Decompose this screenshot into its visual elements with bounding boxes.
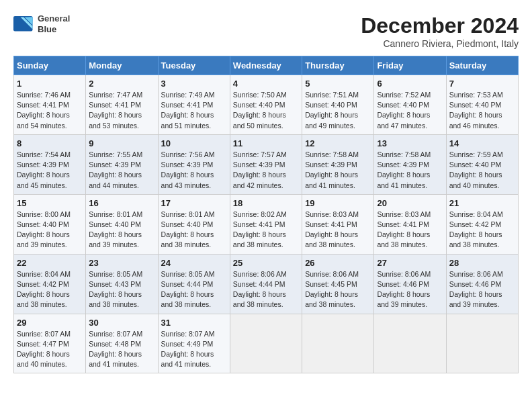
calendar-cell: 9Sunrise: 7:55 AMSunset: 4:39 PMDaylight…: [86, 134, 158, 194]
calendar-cell: [446, 314, 518, 373]
day-info: Sunrise: 8:07 AMSunset: 4:47 PMDaylight:…: [17, 329, 83, 370]
day-info: Sunrise: 7:57 AMSunset: 4:39 PMDaylight:…: [233, 150, 299, 191]
day-info: Sunrise: 8:00 AMSunset: 4:40 PMDaylight:…: [17, 210, 83, 250]
day-number: 13: [377, 138, 443, 148]
month-title: December 2024: [361, 13, 519, 38]
logo-text: General Blue: [38, 13, 70, 34]
calendar-cell: 8Sunrise: 7:54 AMSunset: 4:39 PMDaylight…: [14, 134, 86, 194]
calendar-cell: 25Sunrise: 8:06 AMSunset: 4:44 PMDayligh…: [230, 254, 302, 314]
calendar-cell: 5Sunrise: 7:51 AMSunset: 4:40 PMDaylight…: [302, 75, 374, 135]
calendar-cell: 27Sunrise: 8:06 AMSunset: 4:46 PMDayligh…: [374, 254, 446, 314]
day-info: Sunrise: 8:06 AMSunset: 4:46 PMDaylight:…: [449, 269, 515, 310]
calendar-cell: 14Sunrise: 7:59 AMSunset: 4:40 PMDayligh…: [446, 134, 518, 194]
calendar-cell: 11Sunrise: 7:57 AMSunset: 4:39 PMDayligh…: [230, 134, 302, 194]
day-number: 18: [233, 198, 299, 208]
day-number: 9: [89, 138, 154, 148]
day-info: Sunrise: 7:53 AMSunset: 4:40 PMDaylight:…: [449, 90, 515, 131]
day-info: Sunrise: 8:06 AMSunset: 4:45 PMDaylight:…: [305, 269, 371, 310]
day-number: 30: [89, 318, 154, 328]
day-number: 15: [17, 198, 83, 208]
day-info: Sunrise: 8:01 AMSunset: 4:40 PMDaylight:…: [161, 210, 227, 250]
weekday-header-cell: Monday: [86, 56, 158, 75]
weekday-header-cell: Friday: [374, 56, 446, 75]
day-number: 16: [89, 198, 154, 208]
calendar-cell: 31Sunrise: 8:07 AMSunset: 4:49 PMDayligh…: [158, 314, 230, 373]
day-number: 21: [449, 198, 515, 208]
day-info: Sunrise: 8:02 AMSunset: 4:41 PMDaylight:…: [233, 210, 299, 250]
day-info: Sunrise: 8:07 AMSunset: 4:48 PMDaylight:…: [89, 329, 154, 370]
calendar-cell: [230, 314, 302, 373]
calendar-cell: 7Sunrise: 7:53 AMSunset: 4:40 PMDaylight…: [446, 75, 518, 135]
calendar-week-row: 29Sunrise: 8:07 AMSunset: 4:47 PMDayligh…: [14, 314, 519, 373]
header: General Blue December 2024 Cannero Rivie…: [13, 13, 519, 49]
calendar-cell: 24Sunrise: 8:05 AMSunset: 4:44 PMDayligh…: [158, 254, 230, 314]
weekday-header-cell: Saturday: [446, 56, 518, 75]
logo-line1: General: [38, 13, 70, 24]
calendar-week-row: 22Sunrise: 8:04 AMSunset: 4:42 PMDayligh…: [14, 254, 519, 314]
calendar-cell: 19Sunrise: 8:03 AMSunset: 4:41 PMDayligh…: [302, 194, 374, 254]
calendar-cell: 20Sunrise: 8:03 AMSunset: 4:41 PMDayligh…: [374, 194, 446, 254]
calendar-week-row: 15Sunrise: 8:00 AMSunset: 4:40 PMDayligh…: [14, 194, 519, 254]
location-title: Cannero Riviera, Piedmont, Italy: [361, 38, 519, 49]
day-info: Sunrise: 8:01 AMSunset: 4:40 PMDaylight:…: [89, 210, 154, 250]
day-info: Sunrise: 8:03 AMSunset: 4:41 PMDaylight:…: [305, 210, 371, 250]
day-number: 28: [449, 258, 515, 268]
calendar-cell: 30Sunrise: 8:07 AMSunset: 4:48 PMDayligh…: [86, 314, 158, 373]
calendar-cell: 23Sunrise: 8:05 AMSunset: 4:43 PMDayligh…: [86, 254, 158, 314]
day-info: Sunrise: 8:05 AMSunset: 4:43 PMDaylight:…: [89, 269, 154, 310]
day-info: Sunrise: 8:05 AMSunset: 4:44 PMDaylight:…: [161, 269, 227, 310]
calendar-cell: 21Sunrise: 8:04 AMSunset: 4:42 PMDayligh…: [446, 194, 518, 254]
calendar-cell: [302, 314, 374, 373]
day-number: 22: [17, 258, 83, 268]
calendar-week-row: 8Sunrise: 7:54 AMSunset: 4:39 PMDaylight…: [14, 134, 519, 194]
weekday-header-cell: Sunday: [14, 56, 86, 75]
calendar-cell: 17Sunrise: 8:01 AMSunset: 4:40 PMDayligh…: [158, 194, 230, 254]
calendar-cell: 13Sunrise: 7:58 AMSunset: 4:39 PMDayligh…: [374, 134, 446, 194]
day-number: 19: [305, 198, 371, 208]
day-number: 3: [161, 79, 227, 89]
weekday-header-cell: Thursday: [302, 56, 374, 75]
day-number: 10: [161, 138, 227, 148]
day-info: Sunrise: 7:58 AMSunset: 4:39 PMDaylight:…: [377, 150, 443, 191]
day-info: Sunrise: 8:04 AMSunset: 4:42 PMDaylight:…: [17, 269, 83, 310]
calendar-cell: 6Sunrise: 7:52 AMSunset: 4:40 PMDaylight…: [374, 75, 446, 135]
day-number: 6: [377, 79, 443, 89]
day-number: 12: [305, 138, 371, 148]
day-info: Sunrise: 8:03 AMSunset: 4:41 PMDaylight:…: [377, 210, 443, 250]
day-number: 1: [17, 79, 83, 89]
calendar-body: 1Sunrise: 7:46 AMSunset: 4:41 PMDaylight…: [14, 75, 519, 373]
weekday-header-row: SundayMondayTuesdayWednesdayThursdayFrid…: [14, 56, 519, 75]
calendar-cell: 26Sunrise: 8:06 AMSunset: 4:45 PMDayligh…: [302, 254, 374, 314]
day-number: 2: [89, 79, 154, 89]
title-area: December 2024 Cannero Riviera, Piedmont,…: [361, 13, 519, 49]
calendar-week-row: 1Sunrise: 7:46 AMSunset: 4:41 PMDaylight…: [14, 75, 519, 135]
calendar-cell: 10Sunrise: 7:56 AMSunset: 4:39 PMDayligh…: [158, 134, 230, 194]
calendar-cell: 18Sunrise: 8:02 AMSunset: 4:41 PMDayligh…: [230, 194, 302, 254]
day-info: Sunrise: 8:07 AMSunset: 4:49 PMDaylight:…: [161, 329, 227, 370]
day-number: 29: [17, 318, 83, 328]
day-info: Sunrise: 7:56 AMSunset: 4:39 PMDaylight:…: [161, 150, 227, 191]
day-number: 5: [305, 79, 371, 89]
calendar-cell: [374, 314, 446, 373]
day-info: Sunrise: 7:52 AMSunset: 4:40 PMDaylight:…: [377, 90, 443, 131]
day-number: 14: [449, 138, 515, 148]
day-info: Sunrise: 7:55 AMSunset: 4:39 PMDaylight:…: [89, 150, 154, 191]
logo-icon: [13, 16, 34, 32]
day-info: Sunrise: 8:06 AMSunset: 4:46 PMDaylight:…: [377, 269, 443, 310]
calendar-cell: 12Sunrise: 7:58 AMSunset: 4:39 PMDayligh…: [302, 134, 374, 194]
day-number: 25: [233, 258, 299, 268]
day-number: 24: [161, 258, 227, 268]
calendar-cell: 1Sunrise: 7:46 AMSunset: 4:41 PMDaylight…: [14, 75, 86, 135]
day-info: Sunrise: 7:50 AMSunset: 4:40 PMDaylight:…: [233, 90, 299, 131]
day-number: 7: [449, 79, 515, 89]
weekday-header-cell: Wednesday: [230, 56, 302, 75]
day-info: Sunrise: 7:58 AMSunset: 4:39 PMDaylight:…: [305, 150, 371, 191]
day-number: 23: [89, 258, 154, 268]
day-number: 17: [161, 198, 227, 208]
day-info: Sunrise: 7:49 AMSunset: 4:41 PMDaylight:…: [161, 90, 227, 131]
day-info: Sunrise: 7:59 AMSunset: 4:40 PMDaylight:…: [449, 150, 515, 191]
day-number: 26: [305, 258, 371, 268]
day-info: Sunrise: 7:54 AMSunset: 4:39 PMDaylight:…: [17, 150, 83, 191]
calendar-table: SundayMondayTuesdayWednesdayThursdayFrid…: [13, 56, 519, 373]
day-number: 27: [377, 258, 443, 268]
